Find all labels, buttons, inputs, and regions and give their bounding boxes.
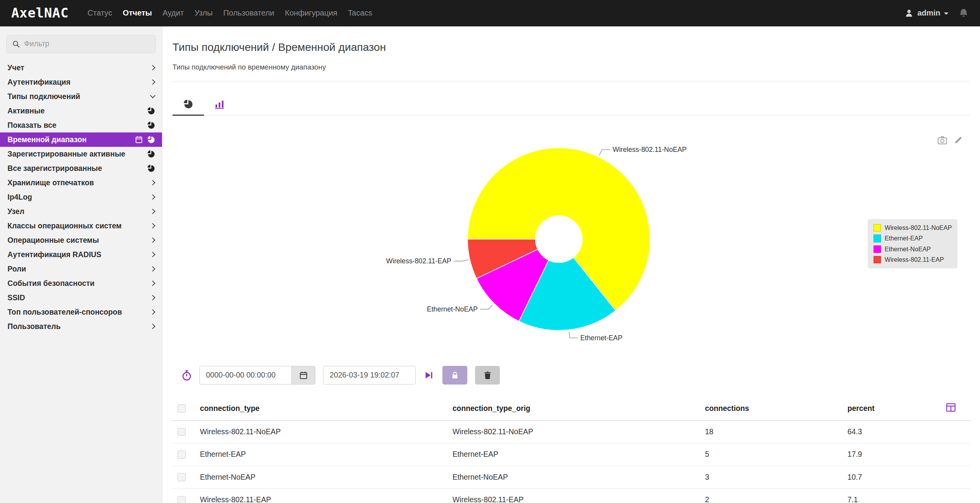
legend-swatch (874, 235, 881, 242)
sidebar-item[interactable]: Временной диапазон (0, 132, 162, 147)
sidebar-item[interactable]: Пользователь (0, 319, 162, 334)
layout: УчетАутентификацияТипы подключенийАктивн… (0, 26, 980, 503)
chart-toolbar (938, 136, 963, 145)
sidebar-item[interactable]: Аутентификация (0, 75, 162, 89)
chevron-right-icon (150, 209, 155, 214)
sidebar-item[interactable]: SSID (0, 291, 162, 305)
legend-item[interactable]: Wireless-802.11-NoEAP (874, 224, 952, 231)
sidebar-filter-input[interactable] (6, 35, 156, 53)
col-header-connection-type[interactable]: connection_type (195, 397, 447, 421)
sidebar-item-label: Топ пользователей-спонсоров (7, 308, 122, 317)
calendar-button[interactable] (292, 366, 315, 385)
row-spacer-cell (941, 443, 970, 466)
sidebar-item-label: Активные (7, 107, 45, 115)
search-icon (12, 40, 20, 48)
sidebar-item-label: Пользователь (7, 322, 61, 331)
sidebar-item[interactable]: Все зарегистрированные (0, 161, 162, 176)
row-checkbox-cell (172, 489, 195, 503)
sidebar-item-icons (151, 324, 155, 328)
row-checkbox[interactable] (178, 473, 186, 481)
tab-bar-chart[interactable] (204, 96, 235, 115)
row-checkbox[interactable] (178, 451, 186, 459)
table-body: Wireless-802.11-NoEAPWireless-802.11-NoE… (172, 421, 970, 503)
chevron-right-icon (150, 252, 155, 258)
page-header: Типы подключений / Временной диапазон Ти… (172, 41, 970, 82)
legend-item[interactable]: Ethernet-NoEAP (874, 245, 952, 253)
range-start-input[interactable] (199, 366, 292, 385)
col-header-percent[interactable]: percent (842, 397, 941, 421)
top-navbar: AxelNAC СтатусОтчетыАудитУзлыПользовател… (0, 0, 980, 26)
sidebar-item[interactable]: Типы подключений (0, 89, 162, 104)
delete-button[interactable] (475, 366, 500, 385)
row-checkbox-cell (172, 443, 195, 466)
row-checkbox[interactable] (178, 428, 186, 436)
sidebar-item-icons (151, 195, 155, 199)
cell-connection-type: Ethernet-EAP (195, 443, 447, 466)
table-row: Ethernet-NoEAPEthernet-NoEAP310.7 (172, 466, 970, 489)
sidebar-search (6, 35, 156, 53)
col-header-connection-type-orig[interactable]: connection_type_orig (447, 397, 700, 421)
legend-label: Ethernet-EAP (884, 235, 923, 242)
tab-pie-chart[interactable] (172, 96, 204, 115)
pie-label-line (454, 260, 468, 261)
cell-percent: 64.3 (842, 421, 941, 443)
chevron-right-icon (150, 280, 155, 286)
nav-item[interactable]: Отчеты (123, 9, 152, 17)
start-date-group (199, 366, 315, 385)
bell-icon[interactable] (959, 8, 969, 18)
legend-item[interactable]: Wireless-802.11-EAP (874, 256, 952, 263)
sidebar-item-label: Хранилище отпечатков (7, 179, 94, 187)
cell-connection-type-orig: Wireless-802.11-NoEAP (447, 421, 700, 443)
chevron-right-icon (150, 180, 155, 186)
nav-item[interactable]: Статус (87, 9, 112, 17)
row-checkbox-cell (172, 466, 195, 489)
skip-to-now-icon[interactable] (424, 371, 433, 380)
cell-connections: 18 (700, 421, 842, 443)
sidebar-item[interactable]: Роли (0, 262, 162, 276)
camera-icon[interactable] (938, 136, 947, 145)
sidebar-item-icons (147, 150, 155, 158)
chevron-right-icon (150, 309, 155, 315)
pie-chart: Wireless-802.11-NoEAPEthernet-EAPEtherne… (371, 120, 771, 350)
sidebar-item[interactable]: Показать все (0, 118, 162, 132)
nav-item[interactable]: Узлы (195, 9, 213, 17)
pie-chart-icon (147, 107, 155, 115)
nav-item[interactable]: Аудит (163, 9, 184, 17)
legend-label: Wireless-802.11-NoEAP (884, 224, 952, 231)
col-header-connections[interactable]: connections (700, 397, 842, 421)
chevron-right-icon (150, 79, 155, 85)
sidebar-item[interactable]: Классы операционных систем (0, 219, 162, 233)
sidebar-item[interactable]: Активные (0, 104, 162, 118)
user-menu[interactable]: admin (905, 9, 949, 17)
pie-label: Wireless-802.11-NoEAP (613, 146, 686, 153)
legend-swatch (874, 245, 881, 253)
sidebar-item[interactable]: Аутентификация RADIUS (0, 247, 162, 262)
trash-icon (483, 371, 492, 380)
user-icon (905, 9, 914, 18)
nav-item[interactable]: Пользователи (223, 9, 274, 17)
sidebar-item[interactable]: Хранилище отпечатков (0, 176, 162, 190)
sidebar-item[interactable]: Зарегистрированные активные (0, 147, 162, 161)
legend-item[interactable]: Ethernet-EAP (874, 235, 952, 242)
row-checkbox[interactable] (178, 496, 186, 503)
row-spacer-cell (941, 466, 970, 489)
sidebar-item[interactable]: Топ пользователей-спонсоров (0, 305, 162, 319)
sidebar-item-label: Временной диапазон (7, 136, 87, 144)
sidebar-item-icons (151, 181, 155, 184)
cell-connections: 5 (700, 443, 842, 466)
columns-icon[interactable] (946, 403, 956, 412)
sidebar-item[interactable]: Учет (0, 61, 162, 75)
sidebar-item[interactable]: Ip4Log (0, 190, 162, 204)
pie-chart-icon (147, 122, 155, 129)
nav-item[interactable]: Конфигурация (285, 9, 337, 17)
calendar-icon (135, 136, 143, 143)
sidebar-item[interactable]: События безопасности (0, 276, 162, 291)
range-end-input[interactable] (323, 366, 416, 385)
sidebar-item-label: Классы операционных систем (7, 222, 122, 230)
nav-item[interactable]: Tacacs (348, 9, 373, 17)
sidebar-item[interactable]: Операционные системы (0, 233, 162, 247)
edit-icon[interactable] (954, 136, 963, 145)
select-all-checkbox[interactable] (178, 404, 186, 412)
lock-button[interactable] (442, 366, 467, 385)
sidebar-item[interactable]: Узел (0, 204, 162, 219)
